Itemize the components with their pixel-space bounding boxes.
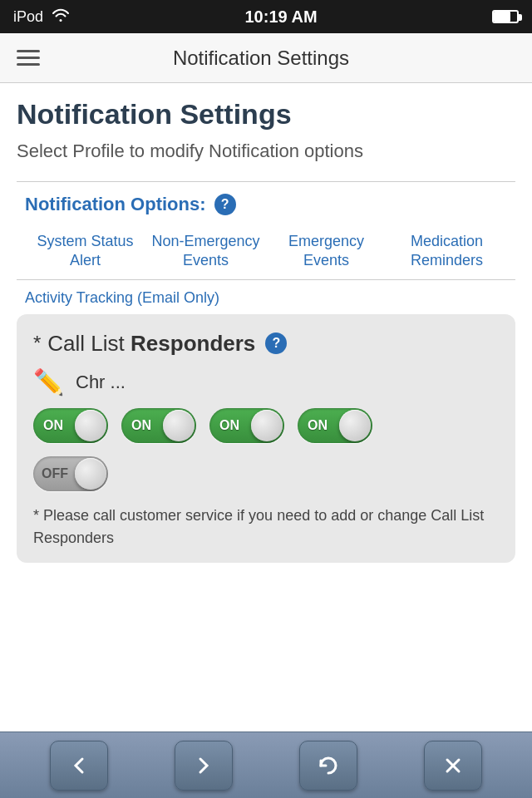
toggles-row: ON ON ON ON bbox=[33, 408, 499, 443]
tab-activity-tracking[interactable]: Activity Tracking (Email Only) bbox=[25, 289, 219, 306]
note-asterisk: * bbox=[33, 507, 39, 524]
toggle-1[interactable]: ON bbox=[33, 408, 108, 443]
nav-title: Notification Settings bbox=[40, 47, 482, 70]
toggle-5-label: OFF bbox=[42, 466, 68, 481]
time-display: 10:19 AM bbox=[244, 7, 317, 27]
call-list-title-start: Call List bbox=[47, 331, 131, 356]
call-list-panel: * Call List Responders ? ✏️ Chr ... ON O… bbox=[17, 314, 515, 563]
call-list-asterisk: * bbox=[33, 332, 41, 355]
page-title: Notification Settings bbox=[17, 98, 515, 131]
tab-non-emergency[interactable]: Non-Emergency Events bbox=[145, 224, 266, 279]
battery-icon bbox=[492, 10, 519, 23]
call-list-title-bold: Responders bbox=[131, 331, 255, 356]
tab-system-status[interactable]: System Status Alert bbox=[25, 224, 145, 279]
page-subtitle: Select Profile to modify Notification op… bbox=[17, 139, 515, 165]
toggle-5-knob bbox=[75, 458, 106, 490]
close-button[interactable] bbox=[424, 741, 482, 791]
call-list-title: Call List Responders bbox=[47, 331, 255, 357]
wifi-icon bbox=[52, 8, 70, 26]
tab-emergency-events[interactable]: Emergency Events bbox=[266, 224, 387, 279]
toggle-1-knob bbox=[75, 410, 106, 441]
bottom-toolbar bbox=[0, 732, 532, 798]
options-help-button[interactable]: ? bbox=[214, 194, 236, 215]
status-bar: iPod 10:19 AM bbox=[0, 0, 532, 33]
toggle-3[interactable]: ON bbox=[209, 408, 284, 443]
call-list-note: * Please call customer service if you ne… bbox=[33, 505, 499, 549]
responder-name: Chr ... bbox=[76, 372, 126, 393]
call-list-header: * Call List Responders ? bbox=[33, 331, 499, 357]
toggle-4[interactable]: ON bbox=[298, 408, 372, 443]
responder-row: ✏️ Chr ... bbox=[33, 370, 499, 395]
call-list-help-button[interactable]: ? bbox=[265, 332, 287, 354]
toggles-row-2: OFF bbox=[33, 456, 499, 491]
toggle-2-knob bbox=[163, 410, 195, 441]
toggle-3-label: ON bbox=[219, 418, 239, 433]
toggle-1-label: ON bbox=[43, 418, 63, 433]
notification-options-header: Notification Options: ? bbox=[17, 181, 515, 224]
nav-bar: Notification Settings bbox=[0, 33, 532, 83]
toggle-3-knob bbox=[251, 410, 283, 441]
options-label: Notification Options: bbox=[25, 194, 206, 215]
refresh-button[interactable] bbox=[299, 741, 357, 791]
toggle-4-label: ON bbox=[308, 418, 328, 433]
page-content: Notification Settings Select Profile to … bbox=[0, 83, 532, 563]
hamburger-menu[interactable] bbox=[17, 50, 40, 66]
tab-medication-reminders[interactable]: Medication Reminders bbox=[387, 224, 507, 279]
toggle-5[interactable]: OFF bbox=[33, 456, 108, 491]
device-label: iPod bbox=[13, 8, 43, 26]
forward-button[interactable] bbox=[175, 741, 233, 791]
back-button[interactable] bbox=[50, 741, 108, 791]
tabs-row: System Status Alert Non-Emergency Events… bbox=[17, 224, 515, 280]
activity-row: Activity Tracking (Email Only) bbox=[17, 280, 515, 308]
toggle-2[interactable]: ON bbox=[121, 408, 196, 443]
toggle-4-knob bbox=[339, 410, 371, 441]
pencil-icon: ✏️ bbox=[33, 370, 64, 395]
note-text: Please call customer service if you need… bbox=[33, 507, 484, 546]
toggle-2-label: ON bbox=[131, 418, 151, 433]
